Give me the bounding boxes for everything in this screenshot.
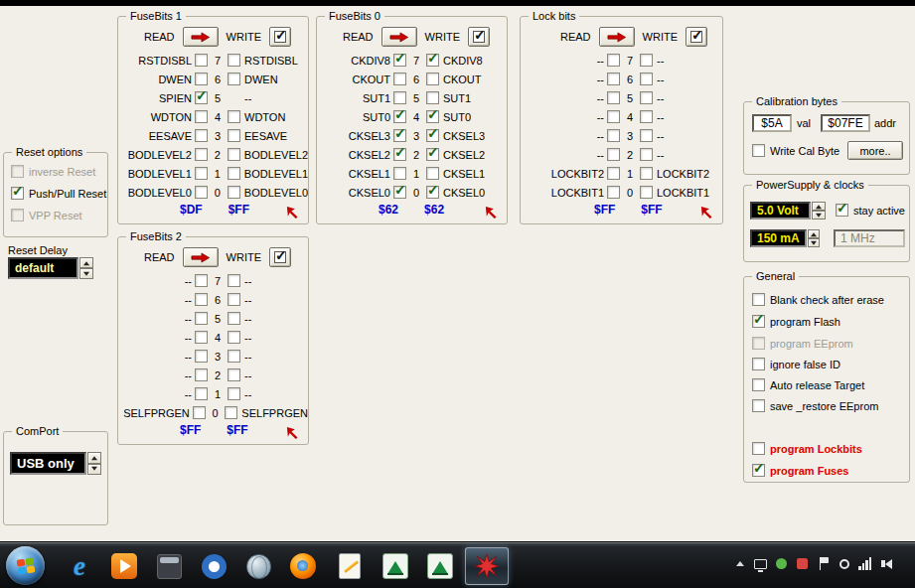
fuse-right-checkbox[interactable]	[640, 91, 653, 104]
fuse-right-checkbox[interactable]	[228, 73, 240, 85]
fuse-left-checkbox[interactable]	[393, 110, 406, 123]
voltage-select[interactable]: 5.0 Volt	[750, 202, 826, 220]
taskbar-fuse-programmer-icon-active[interactable]	[465, 547, 509, 585]
fuse-left-checkbox[interactable]	[195, 186, 208, 199]
more-button[interactable]: more..	[847, 141, 903, 160]
taskbar-blue-ring-app-icon[interactable]	[194, 547, 233, 585]
fuse-left-checkbox[interactable]	[195, 110, 208, 123]
frequency-field[interactable]: 1 MHz	[834, 229, 905, 247]
fuse-left-checkbox[interactable]	[195, 350, 208, 363]
fuse-right-checkbox[interactable]	[640, 186, 653, 199]
write-button[interactable]	[269, 247, 291, 267]
fuse-left-checkbox[interactable]	[607, 186, 620, 199]
checkbox-program-flash[interactable]: program Flash	[752, 315, 840, 328]
spin-down-icon[interactable]	[808, 238, 820, 247]
fuse-right-checkbox[interactable]	[426, 167, 439, 180]
checkbox-box[interactable]	[752, 315, 765, 328]
checkbox-box[interactable]	[752, 464, 765, 477]
read-button[interactable]	[183, 27, 219, 47]
fuse-left-checkbox[interactable]	[195, 167, 208, 180]
read-button[interactable]	[183, 247, 219, 267]
fuse-left-checkbox[interactable]	[607, 73, 620, 85]
fuse-right-checkbox[interactable]	[228, 54, 240, 67]
checkbox-box[interactable]	[752, 378, 765, 391]
tray-display-icon[interactable]	[752, 555, 769, 572]
fuse-right-checkbox[interactable]	[426, 148, 439, 161]
checkbox-box[interactable]	[752, 442, 765, 455]
cal-value-input[interactable]: $5A	[752, 114, 792, 132]
checkbox-program-fuses[interactable]: program Fuses	[752, 464, 848, 477]
taskbar-firefox-icon[interactable]	[283, 547, 323, 585]
fuse-right-checkbox[interactable]	[225, 406, 237, 419]
fuse-right-checkbox[interactable]	[228, 331, 240, 344]
fuse-right-checkbox[interactable]	[228, 293, 240, 306]
fuse-right-checkbox[interactable]	[640, 167, 653, 180]
tray-update-icon[interactable]	[773, 555, 790, 572]
fuse-left-checkbox[interactable]	[195, 148, 208, 161]
checkbox-save-restore-eeprom[interactable]: save _restore EEprom	[752, 399, 878, 412]
fuse-left-checkbox[interactable]	[393, 129, 406, 142]
checkbox-box[interactable]	[752, 293, 765, 306]
fuse-right-checkbox[interactable]	[640, 73, 653, 85]
taskbar-internet-explorer-icon[interactable]: e	[60, 547, 99, 585]
tray-show-hidden-icon[interactable]	[731, 555, 748, 572]
fuse-left-checkbox[interactable]	[195, 368, 208, 381]
spin-up-icon[interactable]	[808, 229, 820, 238]
current-select[interactable]: 150 mA	[750, 229, 820, 247]
tray-flag-icon[interactable]	[815, 555, 832, 572]
read-button[interactable]	[381, 27, 417, 47]
fuse-right-checkbox[interactable]	[228, 110, 240, 123]
fuse-left-checkbox[interactable]	[195, 54, 208, 67]
read-button[interactable]	[599, 27, 635, 47]
checkbox-box[interactable]	[752, 144, 765, 157]
tray-power-icon[interactable]	[836, 555, 852, 572]
fuse-left-checkbox[interactable]	[393, 186, 406, 199]
fuse-left-checkbox[interactable]	[195, 91, 208, 104]
fuse-right-checkbox[interactable]	[228, 387, 240, 400]
write-button[interactable]	[468, 27, 490, 47]
comport-spinner[interactable]	[87, 452, 101, 475]
fuse-right-checkbox[interactable]	[228, 129, 240, 142]
fuse-left-checkbox[interactable]	[393, 91, 406, 104]
cal-addr-input[interactable]: $07FE	[821, 114, 870, 132]
tray-alert-icon[interactable]	[794, 555, 811, 572]
current-spinner[interactable]	[808, 229, 820, 247]
tray-network-icon[interactable]	[856, 555, 873, 572]
start-button[interactable]	[6, 546, 45, 585]
fuse-left-checkbox[interactable]	[607, 148, 620, 161]
fuse-left-checkbox[interactable]	[607, 129, 620, 142]
fuse-right-checkbox[interactable]	[640, 129, 653, 142]
fuse-left-checkbox[interactable]	[607, 54, 620, 67]
spin-down-icon[interactable]	[79, 268, 93, 279]
taskbar-globe-icon[interactable]	[238, 547, 278, 585]
checkbox-vpp-reset[interactable]: VPP Reset	[11, 209, 82, 221]
fuse-right-checkbox[interactable]	[228, 312, 240, 325]
checkbox-blank-check[interactable]: Blank check after erase	[752, 293, 884, 306]
fuse-left-checkbox[interactable]	[607, 91, 620, 104]
fuse-left-checkbox[interactable]	[193, 406, 206, 419]
checkbox-stay-active[interactable]: stay active	[836, 204, 905, 217]
fuse-left-checkbox[interactable]	[195, 274, 208, 287]
fuse-left-checkbox[interactable]	[195, 293, 208, 306]
fuse-right-checkbox[interactable]	[640, 110, 653, 123]
fuse-left-checkbox[interactable]	[195, 129, 208, 142]
apply-pointer-icon[interactable]	[699, 205, 714, 220]
fuse-left-checkbox[interactable]	[393, 167, 406, 180]
tray-volume-icon[interactable]	[878, 555, 895, 572]
fuse-right-checkbox[interactable]	[426, 186, 439, 199]
apply-pointer-icon[interactable]	[484, 205, 499, 220]
write-button[interactable]	[686, 27, 707, 47]
fuse-right-checkbox[interactable]	[228, 274, 240, 287]
fuse-right-checkbox[interactable]	[426, 110, 439, 123]
fuse-right-checkbox[interactable]	[640, 148, 653, 161]
checkbox-box[interactable]	[11, 165, 24, 178]
checkbox-box[interactable]	[11, 209, 24, 221]
fuse-right-checkbox[interactable]	[426, 73, 439, 85]
fuse-left-checkbox[interactable]	[195, 312, 208, 325]
fuse-right-checkbox[interactable]	[228, 350, 240, 363]
fuse-right-checkbox[interactable]	[640, 54, 653, 67]
write-button[interactable]	[269, 27, 291, 47]
apply-pointer-icon[interactable]	[285, 205, 300, 220]
fuse-right-checkbox[interactable]	[228, 186, 240, 199]
checkbox-box[interactable]	[752, 358, 765, 370]
